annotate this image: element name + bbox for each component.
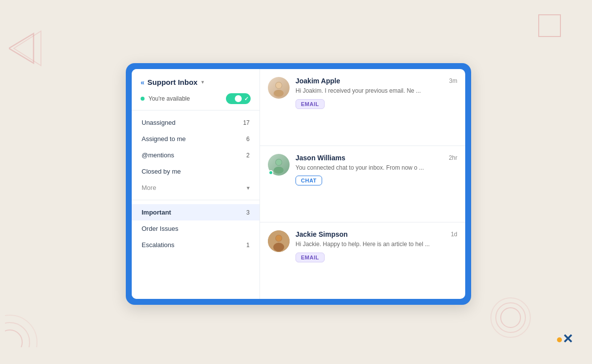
- section-item-important[interactable]: Important 3: [132, 204, 259, 220]
- nav-label-unassigned: Unassigned: [142, 119, 176, 126]
- nav-label-mentions: @mentions: [142, 151, 174, 159]
- svg-point-5: [491, 298, 530, 337]
- conv-name-jackie: Jackie Simpson: [296, 230, 348, 238]
- conv-name-jason: Jason Williams: [296, 154, 345, 162]
- section-item-order-issues[interactable]: Order Issues: [132, 220, 259, 237]
- nav-item-more[interactable]: More ▾: [132, 180, 259, 196]
- main-card: « Support Inbox ▾ You're available ✓: [126, 63, 471, 305]
- inner-panel: « Support Inbox ▾ You're available ✓: [132, 69, 465, 299]
- availability-label: You're available: [148, 95, 222, 102]
- avatar-wrapper-joakim: [268, 77, 290, 99]
- more-chevron-icon: ▾: [247, 184, 250, 191]
- channel-badge-jackie: EMAIL: [296, 253, 325, 262]
- logo-dot: [557, 337, 562, 342]
- availability-toggle[interactable]: ✓: [226, 93, 251, 104]
- section-label-order-issues: Order Issues: [142, 225, 178, 232]
- conv-time-jackie: 1d: [451, 231, 457, 238]
- conv-body-jason: Jason Williams 2hr You connected chat to…: [296, 154, 457, 186]
- section-item-escalations[interactable]: Escalations 1: [132, 237, 259, 253]
- svg-point-15: [276, 159, 282, 165]
- svg-point-3: [501, 308, 520, 328]
- avatar-jackie: [268, 230, 290, 252]
- toggle-track: [227, 94, 243, 103]
- svg-rect-2: [539, 15, 560, 36]
- conversation-list: Joakim Apple 3m Hi Joakim. I received yo…: [260, 69, 465, 299]
- nav-count-mentions: 2: [246, 152, 250, 159]
- availability-row: You're available ✓: [141, 93, 251, 104]
- avatar-joakim: [268, 77, 290, 99]
- nav-item-closed-by-me[interactable]: Closed by me: [132, 163, 259, 180]
- conv-header-joakim: Joakim Apple 3m: [296, 77, 457, 85]
- toggle-thumb: [235, 95, 242, 102]
- inbox-dropdown-icon[interactable]: ▾: [201, 79, 204, 85]
- svg-point-11: [276, 82, 282, 88]
- decorative-square-top-right: [538, 14, 561, 39]
- availability-dot-icon: [141, 97, 145, 101]
- svg-point-7: [5, 323, 30, 347]
- nav-item-unassigned[interactable]: Unassigned 17: [132, 114, 259, 131]
- sidebar-section-labels: Important 3 Order Issues Escalations 1: [132, 200, 259, 257]
- conv-preview-jackie: Hi Jackie. Happy to help. Here is an art…: [296, 240, 457, 249]
- conversation-joakim[interactable]: Joakim Apple 3m Hi Joakim. I received yo…: [260, 69, 465, 146]
- nav-count-unassigned: 17: [243, 119, 250, 126]
- sidebar: « Support Inbox ▾ You're available ✓: [132, 69, 260, 299]
- conv-preview-jason: You connected chat to your inbox. From n…: [296, 164, 457, 172]
- chevron-double-icon: «: [141, 78, 145, 86]
- logo-x-icon: ✕: [562, 332, 573, 345]
- section-count-important: 3: [246, 209, 250, 216]
- sidebar-header: « Support Inbox ▾ You're available ✓: [132, 69, 259, 110]
- channel-badge-jason: CHAT: [296, 176, 322, 185]
- nav-item-mentions[interactable]: @mentions 2: [132, 147, 259, 163]
- nav-count-assigned: 6: [246, 136, 250, 143]
- svg-point-16: [274, 167, 284, 174]
- nav-item-assigned-to-me[interactable]: Assigned to me 6: [132, 131, 259, 147]
- svg-point-6: [5, 330, 22, 347]
- svg-point-12: [274, 90, 284, 97]
- conv-header-jackie: Jackie Simpson 1d: [296, 230, 457, 238]
- conv-preview-joakim: Hi Joakim. I received your previous emai…: [296, 87, 457, 95]
- conversation-jackie[interactable]: Jackie Simpson 1d Hi Jackie. Happy to he…: [260, 222, 465, 299]
- nav-label-closed: Closed by me: [142, 168, 181, 175]
- avatar-wrapper-jackie: [268, 230, 290, 252]
- conv-body-jackie: Jackie Simpson 1d Hi Jackie. Happy to he…: [296, 230, 457, 262]
- svg-point-19: [273, 243, 284, 252]
- svg-marker-1: [14, 31, 41, 66]
- conv-name-joakim: Joakim Apple: [296, 77, 340, 85]
- svg-point-20: [276, 235, 282, 241]
- conv-time-jason: 2hr: [449, 154, 457, 161]
- section-label-escalations: Escalations: [142, 241, 174, 249]
- conv-body-joakim: Joakim Apple 3m Hi Joakim. I received yo…: [296, 77, 457, 109]
- conv-time-joakim: 3m: [449, 77, 457, 84]
- nav-more-label: More: [142, 184, 156, 191]
- decorative-triangles-left: [9, 29, 48, 70]
- channel-badge-joakim: EMAIL: [296, 99, 325, 109]
- nav-label-assigned: Assigned to me: [142, 135, 186, 143]
- decorative-arcs-bottom-left: [5, 303, 49, 349]
- online-indicator-jason: [268, 170, 273, 175]
- inbox-title-label: Support Inbox: [148, 78, 198, 86]
- section-count-escalations: 1: [246, 242, 250, 249]
- section-label-important: Important: [142, 209, 171, 216]
- decorative-circles-bottom-right: [488, 295, 533, 342]
- svg-point-8: [5, 315, 37, 347]
- logo: ✕: [557, 332, 573, 345]
- toggle-check-icon: ✓: [244, 96, 249, 102]
- conversation-jason[interactable]: Jason Williams 2hr You connected chat to…: [260, 146, 465, 223]
- conv-header-jason: Jason Williams 2hr: [296, 154, 457, 162]
- inbox-title: « Support Inbox ▾: [141, 78, 251, 86]
- sidebar-nav: Unassigned 17 Assigned to me 6 @mentions…: [132, 110, 259, 200]
- avatar-wrapper-jason: [268, 154, 290, 176]
